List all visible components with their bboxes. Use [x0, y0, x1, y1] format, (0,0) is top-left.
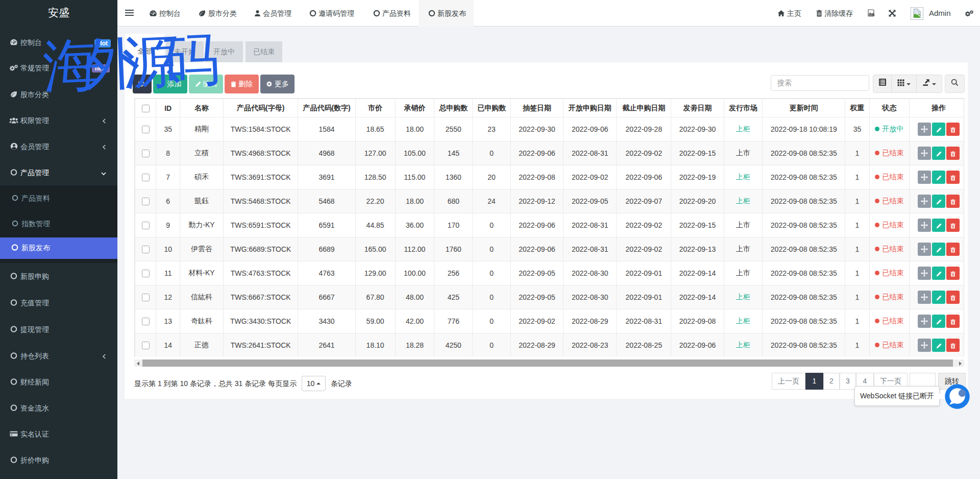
- svg-text:A: A: [872, 13, 875, 16]
